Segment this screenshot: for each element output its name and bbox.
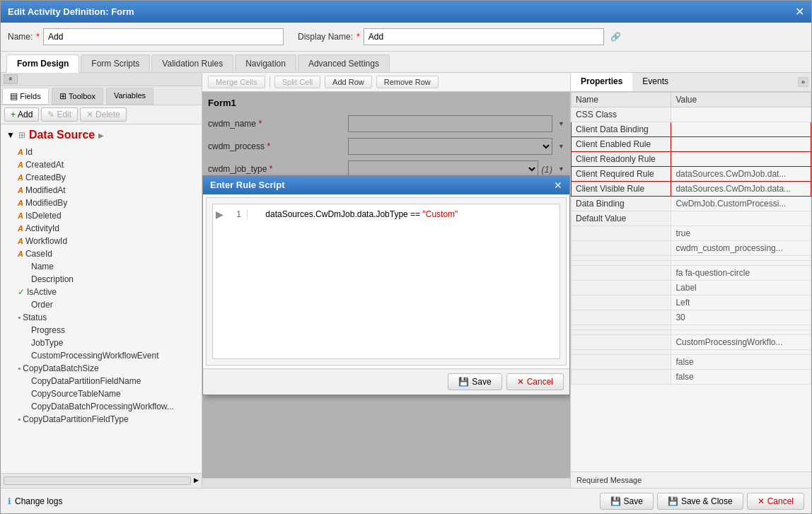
modal-cancel-button[interactable]: ✕ Cancel [506, 373, 564, 390]
split-cell-button[interactable]: Split Cell [274, 76, 320, 88]
tab-advanced-settings[interactable]: Advanced Settings [298, 54, 390, 72]
prop-value-false1[interactable]: false [671, 355, 811, 370]
list-item[interactable]: ▪ CopyDataPartitionFieldType [4, 413, 199, 426]
prop-value-label-pos[interactable]: Label [671, 281, 811, 296]
list-item[interactable]: A ModifiedBy [4, 197, 199, 209]
right-panel-collapse-button[interactable]: » [798, 77, 808, 87]
add-field-button[interactable]: + Add [4, 107, 39, 122]
change-logs-button[interactable]: ℹ Change logs [8, 496, 62, 506]
list-item[interactable]: ✓ IsActive [4, 286, 199, 298]
prop-value-8[interactable]: true [671, 226, 811, 241]
tree-expand-icon[interactable]: ▼ [6, 130, 15, 140]
code-content: dataSources.CwDmJob.data.JobType == "Cus… [256, 209, 458, 219]
list-item[interactable]: A CreatedBy [4, 171, 199, 184]
left-tab-variables[interactable]: Variables [106, 88, 153, 105]
list-item[interactable]: CopyDataPartitionFieldName [4, 375, 199, 387]
list-item[interactable]: JobType [4, 337, 199, 349]
prop-value-client-visible-rule[interactable]: dataSources.CwDmJob.data... [671, 182, 811, 197]
center-panel-scrollbar[interactable] [202, 478, 570, 488]
cancel-button[interactable]: ✕ Cancel [747, 493, 804, 510]
list-item[interactable]: CustomProcessingWorkflowEvent [4, 349, 199, 362]
list-item[interactable]: ▪ CopyDataBatchSize [4, 362, 199, 375]
scroll-right-arrow[interactable]: ▶ [194, 477, 199, 485]
prop-value-false2[interactable]: false [671, 370, 811, 385]
list-item[interactable]: A IsDeleted [4, 209, 199, 222]
list-item[interactable]: A ActivityId [4, 222, 199, 235]
properties-scroll-area[interactable]: Name Value CSS Class Client Data Binding [571, 92, 811, 472]
prop-value-client-data-binding[interactable] [671, 122, 811, 137]
prop-value-9[interactable]: cwdm_custom_processing... [671, 241, 811, 256]
prop-value-width[interactable]: 30 [671, 310, 811, 325]
data-source-label: Data Source [29, 129, 95, 141]
prop-value-10[interactable] [671, 256, 811, 261]
list-item[interactable]: A ModifiedAt [4, 184, 199, 197]
name-input[interactable] [43, 28, 284, 45]
list-item[interactable]: A Id [4, 146, 199, 158]
run-script-icon[interactable]: ▶ [216, 209, 224, 220]
prop-value-empty2[interactable] [671, 330, 811, 335]
prop-value-template[interactable] [671, 261, 811, 266]
left-tab-fields[interactable]: ▤ Fields [2, 88, 49, 105]
list-item[interactable]: A CreatedAt [4, 158, 199, 171]
prop-name-label-pos [572, 281, 671, 296]
merge-cells-button[interactable]: Merge Cells [208, 76, 265, 88]
prop-value-align[interactable]: Left [671, 296, 811, 310]
prop-name-client-readonly-rule: Client Readonly Rule [572, 152, 671, 167]
right-tab-properties[interactable]: Properties [571, 73, 632, 91]
edit-field-button[interactable]: ✎ Edit [41, 107, 78, 122]
modal-title: Enter Rule Script [210, 180, 284, 190]
type-a-icon: A [18, 250, 23, 258]
tab-validation-rules[interactable]: Validation Rules [151, 54, 233, 72]
add-row-button[interactable]: Add Row [325, 76, 372, 88]
prop-value-empty3[interactable] [671, 350, 811, 355]
list-item[interactable]: A WorkflowId [4, 235, 199, 247]
modal-footer: 💾 Save ✕ Cancel [203, 368, 569, 395]
title-bar: Edit Activity Definition: Form ✕ [1, 1, 811, 23]
prop-value-default-value[interactable] [671, 211, 811, 226]
prop-name-false2 [572, 370, 671, 385]
type-a-icon: A [18, 237, 23, 245]
tab-form-design[interactable]: Form Design [6, 54, 79, 73]
tab-navigation[interactable]: Navigation [235, 54, 296, 72]
prop-name-width [572, 310, 671, 325]
rule-script-editor[interactable]: ▶ 1 dataSources.CwDmJob.data.JobType == … [212, 204, 560, 359]
prop-name-css-class: CSS Class [572, 107, 671, 122]
list-item[interactable]: Name [4, 260, 199, 273]
bottom-action-buttons: 💾 Save 💾 Save & Close ✕ Cancel [600, 493, 804, 510]
right-tab-events[interactable]: Events [632, 73, 678, 91]
prop-value-data-binding[interactable]: CwDmJob.CustomProcessi... [671, 197, 811, 211]
delete-icon: ✕ [86, 110, 93, 119]
list-item[interactable]: ▪ Status [4, 311, 199, 324]
form-header: Name: * Display Name: * 🔗 [1, 23, 811, 52]
prop-value-css-class[interactable] [671, 107, 811, 122]
left-panel-tabs: ▤ Fields ⊞ Toolbox Variables [1, 86, 202, 105]
left-panel-collapse-button[interactable]: « [4, 74, 18, 84]
type-a-icon: A [18, 186, 23, 194]
prop-value-icon[interactable]: fa fa-question-circle [671, 266, 811, 281]
remove-row-button[interactable]: Remove Row [376, 76, 439, 88]
prop-value-client-required-rule[interactable]: dataSources.CwDmJob.dat... [671, 167, 811, 182]
list-item[interactable]: A CaseId [4, 247, 199, 260]
fields-icon: ▤ [10, 91, 20, 101]
prop-value-client-enabled-rule[interactable] [671, 137, 811, 152]
modal-save-button[interactable]: 💾 Save [448, 373, 501, 390]
main-window: Edit Activity Definition: Form ✕ Name: *… [0, 0, 812, 514]
save-close-button[interactable]: 💾 Save & Close [657, 493, 743, 510]
modal-close-button[interactable]: ✕ [554, 180, 562, 191]
left-tab-toolbox[interactable]: ⊞ Toolbox [52, 88, 103, 105]
prop-value-client-readonly-rule[interactable] [671, 152, 811, 167]
list-item[interactable]: Order [4, 298, 199, 311]
delete-field-button[interactable]: ✕ Delete [80, 107, 127, 122]
display-name-input[interactable] [364, 28, 604, 45]
list-item[interactable]: CopySourceTableName [4, 387, 199, 400]
list-item[interactable]: Progress [4, 324, 199, 337]
list-item[interactable]: CopyDataBatchProcessingWorkflow... [4, 400, 199, 413]
right-panel-footer: Required Message [571, 472, 811, 488]
right-panel-tabs: Properties Events » [571, 73, 811, 92]
prop-value-custom-wf[interactable]: CustomProcessingWorkflo... [671, 335, 811, 350]
prop-value-empty1[interactable] [671, 325, 811, 330]
window-close-button[interactable]: ✕ [795, 5, 804, 18]
list-item[interactable]: Description [4, 273, 199, 286]
tab-form-scripts[interactable]: Form Scripts [81, 54, 150, 72]
save-button[interactable]: 💾 Save [600, 493, 654, 510]
